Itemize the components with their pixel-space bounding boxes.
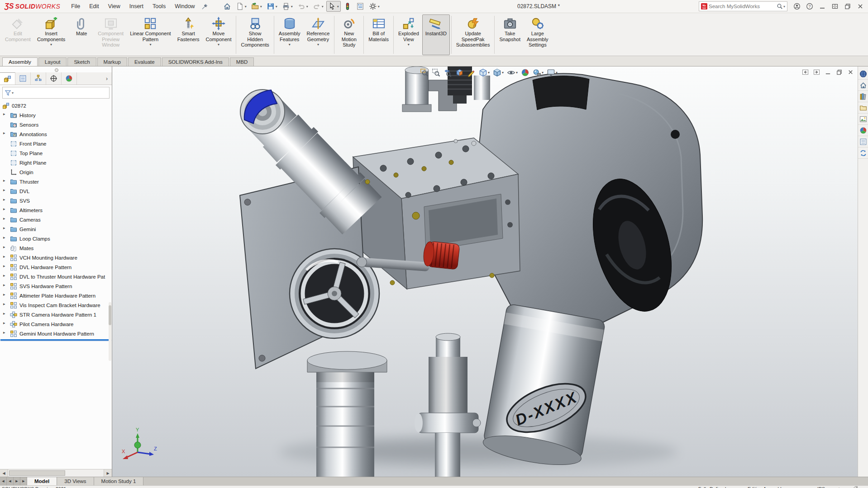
scrollbar-thumb[interactable] xyxy=(9,470,65,476)
tab-model[interactable]: Model xyxy=(27,477,57,485)
prev-tab-button[interactable]: ◀ xyxy=(7,477,14,485)
take-snapshot-button[interactable]: TakeSnapshot xyxy=(496,14,523,55)
large-assembly-settings-button[interactable]: LargeAssemblySettings xyxy=(524,14,552,55)
menu-window[interactable]: Window xyxy=(170,1,199,12)
design-library-button[interactable] xyxy=(858,91,868,102)
expand-arrow-icon[interactable]: ▸ xyxy=(3,245,8,249)
tab-markup[interactable]: Markup xyxy=(97,57,127,66)
search-scope-dropdown-icon[interactable]: ▾ xyxy=(783,5,786,9)
fm-display-tab[interactable] xyxy=(62,72,77,85)
scrollbar-track[interactable] xyxy=(8,469,104,477)
new-doc-dropdown-icon[interactable]: ▾ xyxy=(245,5,247,9)
tab-mbd[interactable]: MBD xyxy=(230,57,254,66)
view-orientation-button[interactable]: ▾ xyxy=(478,67,491,78)
tree-item[interactable]: ▸Vis Inspect Cam Bracket Hardware xyxy=(0,300,112,310)
expand-arrow-icon[interactable]: ▸ xyxy=(3,226,8,230)
fm-dimxpert-tab[interactable] xyxy=(46,72,62,85)
file-explorer-button[interactable] xyxy=(858,102,868,114)
tree-item[interactable]: ▸DVL xyxy=(0,186,112,196)
display-style-dropdown-icon[interactable]: ▾ xyxy=(502,71,504,75)
expand-arrow-icon[interactable]: ▸ xyxy=(3,131,8,135)
expand-arrow-icon[interactable]: ▸ xyxy=(3,235,8,240)
select-dropdown-icon[interactable]: ▾ xyxy=(337,5,339,9)
filter-input[interactable] xyxy=(14,90,107,96)
zoom-to-fit-button[interactable] xyxy=(419,67,429,78)
menu-insert[interactable]: Insert xyxy=(125,1,148,12)
open-button[interactable]: ▾ xyxy=(249,1,264,12)
close-button[interactable] xyxy=(855,1,865,11)
tab-3d-views[interactable]: 3D Views xyxy=(57,477,94,485)
bill-of-materials-button[interactable]: Bill ofMaterials xyxy=(365,14,392,55)
close-view-button[interactable] xyxy=(847,68,854,76)
first-tab-button[interactable]: ◀ xyxy=(0,477,7,485)
expand-arrow-icon[interactable]: ▸ xyxy=(3,264,8,268)
save-dropdown-icon[interactable]: ▾ xyxy=(276,5,277,9)
scroll-left-icon[interactable]: ◀ xyxy=(0,469,8,477)
tab-motion-study-1[interactable]: Motion Study 1 xyxy=(94,477,144,485)
show-hidden-components-button[interactable]: ShowHiddenComponents xyxy=(238,14,272,55)
dynamic-annotation-views-button[interactable] xyxy=(466,67,477,78)
model-3d[interactable]: D-XXXX xyxy=(0,66,858,477)
previous-view-button[interactable] xyxy=(443,67,453,78)
view-orientation-dropdown-icon[interactable]: ▾ xyxy=(488,71,490,75)
tree-item[interactable]: Front Plane xyxy=(0,139,112,148)
linear-component-pattern-button[interactable]: Linear ComponentPattern▾ xyxy=(127,14,174,55)
move-component-dropdown-icon[interactable]: ▾ xyxy=(218,43,219,47)
menu-tools[interactable]: Tools xyxy=(148,1,170,12)
tree-item[interactable]: ▸History xyxy=(0,110,112,120)
move-component-button[interactable]: MoveComponent▾ xyxy=(203,14,235,55)
appearances-scenes-button[interactable] xyxy=(858,125,868,136)
tree-item[interactable]: ▸Altimeters xyxy=(0,205,112,215)
red-knob[interactable] xyxy=(423,241,460,270)
expand-arrow-icon[interactable]: ▸ xyxy=(3,302,8,306)
panel-splitter-handle[interactable] xyxy=(0,66,112,72)
tree-item[interactable]: Origin xyxy=(0,167,112,177)
tree-root[interactable]: 02872 xyxy=(0,101,112,110)
custom-properties-button[interactable] xyxy=(858,136,868,147)
fm-config-tab[interactable] xyxy=(31,72,46,85)
expand-arrow-icon[interactable]: ▸ xyxy=(3,188,8,192)
exploded-view-dropdown-icon[interactable]: ▾ xyxy=(408,43,410,47)
expand-arrow-icon[interactable]: ▸ xyxy=(3,178,8,183)
panel-vertical-scrollbar[interactable] xyxy=(109,302,111,361)
expand-arrow-icon[interactable]: ▸ xyxy=(3,321,8,325)
expand-arrow-icon[interactable]: ▸ xyxy=(3,311,8,316)
rollback-bar[interactable] xyxy=(0,339,111,341)
tree-item[interactable]: Sensors xyxy=(0,120,112,129)
expand-arrow-icon[interactable]: ▸ xyxy=(3,216,8,221)
tab-evaluate[interactable]: Evaluate xyxy=(128,57,161,66)
gear-dropdown-icon[interactable]: ▾ xyxy=(378,5,380,9)
expand-arrow-icon[interactable]: ▸ xyxy=(3,273,8,278)
exploded-view-button[interactable]: ExplodedView▾ xyxy=(395,14,422,55)
tree-item[interactable]: ▸Cameras xyxy=(0,215,112,224)
tree-item[interactable]: ▸Pilot Camera Hardware xyxy=(0,319,112,329)
tree-item[interactable]: ▸Loop Clamps xyxy=(0,234,112,243)
tab-layout[interactable]: Layout xyxy=(38,57,67,66)
expand-arrow-icon[interactable]: ▸ xyxy=(3,283,8,287)
linear-component-pattern-dropdown-icon[interactable]: ▾ xyxy=(149,43,151,47)
expand-arrow-icon[interactable]: ▸ xyxy=(3,292,8,297)
view-settings-button[interactable]: ▾ xyxy=(546,67,558,78)
tree-item[interactable]: ▸VCH Mounting Hardware xyxy=(0,253,112,262)
expand-arrow-icon[interactable]: ▸ xyxy=(3,254,8,259)
tree-item[interactable]: ▸Mates xyxy=(0,243,112,253)
fm-props-tab[interactable] xyxy=(15,72,31,85)
collapse-right-pane-button[interactable] xyxy=(813,68,820,76)
tree-item[interactable]: ▸Altimeter Plate Hardware Pattern xyxy=(0,291,112,300)
display-style-button[interactable]: ▾ xyxy=(492,67,505,78)
fm-tree-tab[interactable] xyxy=(0,72,15,85)
tree-item[interactable]: ▸AAnnotations xyxy=(0,129,112,139)
rebuild-button[interactable] xyxy=(342,1,353,12)
open-dropdown-icon[interactable]: ▾ xyxy=(260,5,262,9)
new-doc-button[interactable]: ▾ xyxy=(234,1,248,12)
smart-fasteners-button[interactable]: SmartFasteners xyxy=(174,14,203,55)
pin-menu-button[interactable] xyxy=(200,2,210,11)
model-geometry[interactable]: D-XXXX xyxy=(240,66,702,477)
window-split-button[interactable] xyxy=(830,1,840,11)
hide-show-items-button[interactable]: ▾ xyxy=(506,67,519,78)
hide-show-items-dropdown-icon[interactable]: ▾ xyxy=(516,71,518,75)
tree-item[interactable]: Right Plane xyxy=(0,158,112,167)
tree-item[interactable]: ▸SVS Hardware Pattern xyxy=(0,281,112,291)
gear-button[interactable]: ▾ xyxy=(367,1,382,12)
print-button[interactable]: ▾ xyxy=(280,1,295,12)
